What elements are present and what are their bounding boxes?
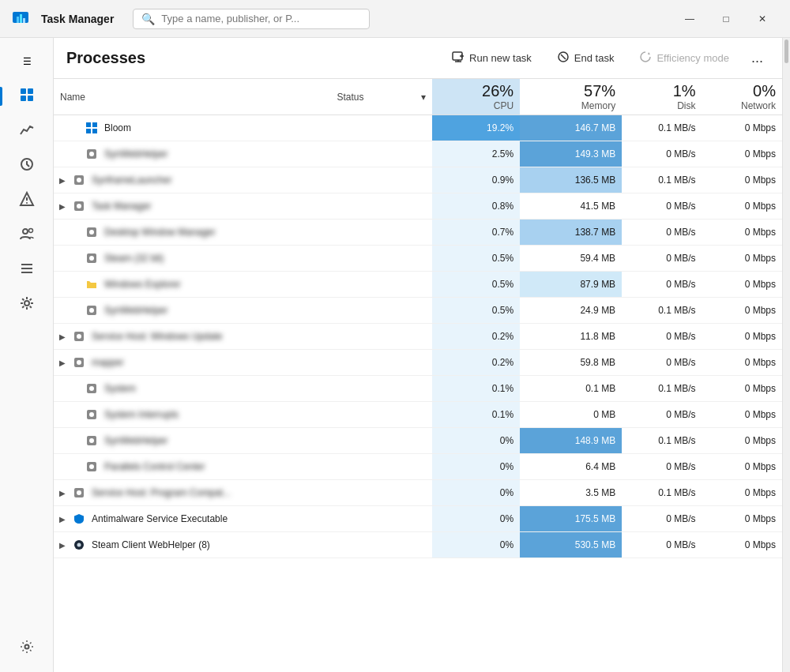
process-name-text: SynWebHelper bbox=[104, 435, 167, 446]
process-memory-cell: 59.8 MB bbox=[520, 350, 622, 376]
run-new-task-label: Run new task bbox=[469, 52, 532, 64]
efficiency-mode-button[interactable]: Efficiency mode bbox=[630, 46, 739, 70]
process-name-text: SynWebHelper bbox=[104, 305, 167, 316]
process-icon bbox=[85, 148, 98, 160]
search-box[interactable]: 🔍 bbox=[133, 9, 370, 29]
process-name-text: System Interrupts bbox=[104, 409, 179, 420]
memory-column-header[interactable]: 57% Memory bbox=[520, 79, 622, 115]
process-disk-cell: 0 MB/s bbox=[622, 272, 702, 298]
cpu-column-header[interactable]: 26% CPU bbox=[432, 79, 520, 115]
process-status-cell bbox=[330, 428, 403, 454]
close-button[interactable]: ✕ bbox=[744, 6, 781, 32]
users-icon bbox=[19, 226, 35, 246]
status-column-header[interactable]: Status bbox=[330, 79, 403, 115]
end-task-button[interactable]: End task bbox=[547, 46, 624, 70]
process-network-cell: 0 Mbps bbox=[702, 506, 782, 532]
run-new-task-button[interactable]: Run new task bbox=[442, 46, 541, 70]
more-options-button[interactable]: ... bbox=[745, 45, 769, 71]
process-status-cell bbox=[330, 220, 403, 246]
sidebar-item-history[interactable] bbox=[0, 148, 54, 183]
table-row[interactable]: SynWebHelper2.5%149.3 MB0 MB/s0 Mbps bbox=[54, 141, 782, 167]
sidebar-item-settings[interactable] bbox=[0, 631, 54, 666]
sidebar-hamburger[interactable]: ☰ bbox=[0, 44, 54, 79]
process-name-cell: Windows Explorer bbox=[54, 272, 330, 297]
process-name-text: SynWebHelper bbox=[104, 148, 167, 160]
process-memory-cell: 41.5 MB bbox=[520, 193, 622, 220]
sidebar-item-users[interactable] bbox=[0, 218, 54, 253]
table-row[interactable]: ▶Steam Client WebHelper (8)0%530.5 MB0 M… bbox=[54, 532, 782, 558]
process-name-text: Windows Explorer bbox=[104, 279, 181, 290]
expand-button[interactable]: ▶ bbox=[57, 513, 68, 524]
process-empty-cell bbox=[404, 167, 433, 193]
search-input[interactable] bbox=[161, 13, 361, 24]
table-row[interactable]: Steam (32 bit)0.5%59.4 MB0 MB/s0 Mbps bbox=[54, 246, 782, 272]
process-memory-cell: 136.5 MB bbox=[520, 167, 622, 193]
process-memory-cell: 149.3 MB bbox=[520, 141, 622, 167]
process-empty-cell bbox=[404, 532, 433, 558]
process-memory-cell: 530.5 MB bbox=[520, 532, 622, 558]
svg-point-13 bbox=[29, 228, 33, 232]
process-network-cell: 0 Mbps bbox=[702, 115, 782, 141]
process-icon bbox=[85, 122, 98, 134]
collapse-column-header[interactable]: ▾ bbox=[404, 79, 433, 115]
network-column-header[interactable]: 0% Network bbox=[702, 79, 782, 115]
svg-rect-2 bbox=[20, 14, 22, 23]
process-name-cell: SynWebHelper bbox=[54, 428, 330, 453]
table-row[interactable]: SynWebHelper0.5%24.9 MB0.1 MB/s0 Mbps bbox=[54, 298, 782, 324]
table-row[interactable]: Parallels Control Center0%6.4 MB0 MB/s0 … bbox=[54, 454, 782, 480]
process-cpu-cell: 2.5% bbox=[432, 141, 520, 167]
expand-button[interactable]: ▶ bbox=[57, 201, 68, 212]
process-empty-cell bbox=[404, 454, 433, 480]
table-row[interactable]: ▶mapper0.2%59.8 MB0 MB/s0 Mbps bbox=[54, 350, 782, 376]
expand-button[interactable]: ▶ bbox=[57, 539, 68, 550]
process-status-cell bbox=[330, 506, 403, 532]
process-disk-cell: 0 MB/s bbox=[622, 350, 702, 376]
sidebar-item-services[interactable] bbox=[0, 287, 54, 322]
table-row[interactable]: Bloom19.2%146.7 MB0.1 MB/s0 Mbps bbox=[54, 115, 782, 141]
process-memory-cell: 24.9 MB bbox=[520, 298, 622, 324]
table-row[interactable]: Desktop Window Manager0.7%138.7 MB0 MB/s… bbox=[54, 220, 782, 246]
expand-button[interactable]: ▶ bbox=[57, 487, 68, 498]
name-column-header[interactable]: Name bbox=[54, 79, 330, 115]
table-row[interactable]: System0.1%0.1 MB0.1 MB/s0 Mbps bbox=[54, 376, 782, 402]
expand-button[interactable]: ▶ bbox=[57, 357, 68, 368]
sidebar-item-performance[interactable] bbox=[0, 114, 54, 148]
process-network-cell: 0 Mbps bbox=[702, 193, 782, 220]
svg-rect-1 bbox=[17, 17, 19, 23]
process-empty-cell bbox=[404, 246, 433, 272]
startup-icon bbox=[19, 191, 35, 211]
process-empty-cell bbox=[404, 298, 433, 324]
process-name-cell: Bloom bbox=[54, 115, 330, 141]
sidebar-item-startup[interactable] bbox=[0, 183, 54, 218]
svg-point-37 bbox=[89, 230, 94, 235]
process-network-cell: 0 Mbps bbox=[702, 480, 782, 506]
disk-column-header[interactable]: 1% Disk bbox=[622, 79, 702, 115]
table-row[interactable]: SynWebHelper0%148.9 MB0.1 MB/s0 Mbps bbox=[54, 428, 782, 454]
process-disk-cell: 0.1 MB/s bbox=[622, 376, 702, 402]
process-cpu-cell: 0.8% bbox=[432, 193, 520, 220]
table-row[interactable]: Windows Explorer0.5%87.9 MB0 MB/s0 Mbps bbox=[54, 272, 782, 298]
minimize-button[interactable]: — bbox=[672, 6, 708, 32]
svg-point-41 bbox=[89, 308, 94, 313]
sidebar-item-details[interactable] bbox=[0, 253, 54, 287]
scrollbar[interactable] bbox=[782, 38, 790, 672]
process-disk-cell: 0 MB/s bbox=[622, 246, 702, 272]
table-row[interactable]: ▶Service Host: Windows Update0.2%11.8 MB… bbox=[54, 324, 782, 350]
sidebar-item-processes[interactable] bbox=[0, 79, 54, 114]
table-row[interactable]: ▶Antimalware Service Executable0%175.5 M… bbox=[54, 506, 782, 532]
process-cpu-cell: 19.2% bbox=[432, 115, 520, 141]
svg-point-47 bbox=[89, 386, 94, 391]
process-disk-cell: 0.1 MB/s bbox=[622, 480, 702, 506]
table-row[interactable]: System Interrupts0.1%0 MB0 MB/s0 Mbps bbox=[54, 402, 782, 428]
process-name-cell: System Interrupts bbox=[54, 402, 330, 427]
table-row[interactable]: ▶Task Manager0.8%41.5 MB0 MB/s0 Mbps bbox=[54, 193, 782, 220]
svg-point-18 bbox=[25, 644, 29, 648]
expand-button[interactable]: ▶ bbox=[57, 331, 68, 342]
expand-button[interactable]: ▶ bbox=[57, 175, 68, 186]
settings-icon bbox=[19, 639, 35, 659]
maximize-button[interactable]: □ bbox=[708, 6, 744, 32]
table-row[interactable]: ▶Service Host: Program Compat...0%3.5 MB… bbox=[54, 480, 782, 506]
process-status-cell bbox=[330, 532, 403, 558]
process-icon bbox=[73, 486, 85, 499]
table-row[interactable]: ▶SynframeLauncher0.9%136.5 MB0.1 MB/s0 M… bbox=[54, 167, 782, 193]
